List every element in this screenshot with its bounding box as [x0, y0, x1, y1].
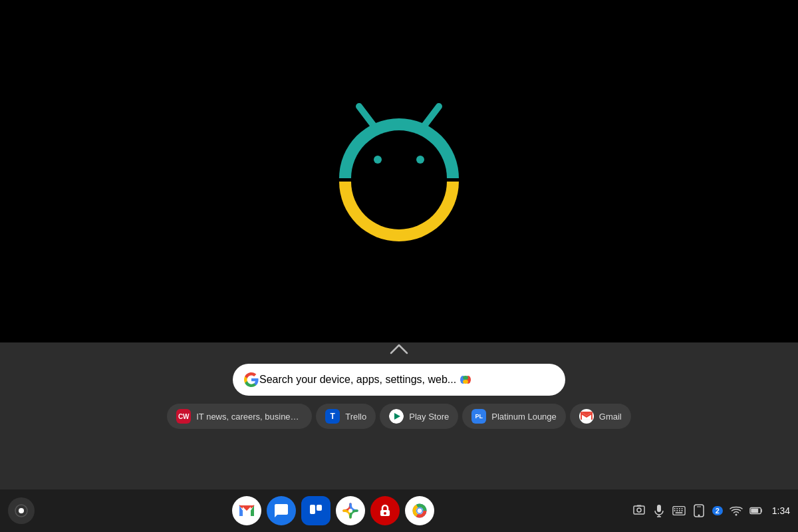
system-time[interactable]: 1:34	[772, 505, 790, 516]
svg-rect-42	[675, 512, 682, 513]
recent-app-trello[interactable]: T Trello	[316, 404, 376, 429]
svg-rect-30	[657, 505, 661, 512]
chevron-up-button[interactable]	[388, 342, 410, 358]
svg-rect-27	[634, 506, 644, 514]
recent-app-platinum-label: Platinum Lounge	[491, 412, 557, 422]
playstore-icon	[389, 409, 404, 424]
svg-point-26	[418, 509, 422, 513]
search-bar[interactable]: Search your device, apps, settings, web.…	[233, 364, 565, 396]
svg-rect-15	[310, 505, 315, 514]
search-placeholder: Search your device, apps, settings, web.…	[259, 374, 456, 386]
gmail-small-icon	[579, 409, 594, 424]
svg-point-9	[463, 376, 468, 380]
trello-icon: T	[325, 409, 340, 424]
android-logo	[306, 78, 492, 265]
svg-point-10	[463, 380, 468, 384]
svg-rect-29	[636, 505, 641, 507]
recent-apps-row: CW IT news, careers, business tech... T …	[167, 404, 631, 429]
recent-app-playstore[interactable]: Play Store	[380, 404, 458, 429]
recent-app-gmail-label: Gmail	[599, 412, 622, 422]
taskbar-trello[interactable]	[301, 496, 331, 525]
taskbar: 2 1:34	[0, 489, 798, 532]
taskbar-chrome[interactable]	[405, 496, 434, 525]
launcher-button[interactable]	[8, 497, 35, 524]
recent-app-gmail[interactable]: Gmail	[570, 404, 631, 429]
svg-rect-34	[674, 508, 675, 509]
svg-point-19	[384, 512, 386, 515]
cw-icon: CW	[176, 409, 191, 424]
google-logo-icon	[243, 372, 259, 388]
taskbar-left	[8, 497, 35, 524]
svg-point-45	[698, 515, 700, 517]
recent-app-platinum[interactable]: PL Platinum Lounge	[462, 404, 566, 429]
svg-point-28	[637, 508, 641, 512]
taskbar-photos[interactable]	[336, 496, 365, 525]
battery-icon[interactable]	[749, 504, 763, 517]
keyboard-icon[interactable]	[672, 504, 686, 517]
svg-point-14	[19, 508, 24, 513]
microphone-icon[interactable]	[652, 504, 666, 517]
phone-icon[interactable]	[692, 504, 706, 517]
taskbar-center	[35, 496, 632, 525]
google-assistant-icon	[456, 370, 475, 389]
screenshot-icon[interactable]	[632, 504, 646, 517]
main-area	[0, 0, 798, 342]
svg-rect-48	[751, 509, 758, 513]
wifi-icon[interactable]	[730, 504, 743, 517]
taskbar-right: 2 1:34	[632, 504, 790, 517]
svg-point-17	[348, 509, 352, 513]
recent-app-playstore-label: Play Store	[409, 412, 449, 422]
svg-rect-39	[676, 510, 678, 511]
notification-badge[interactable]: 2	[712, 506, 723, 515]
svg-rect-38	[674, 510, 675, 511]
svg-rect-37	[681, 508, 682, 509]
svg-rect-36	[679, 508, 680, 509]
recent-app-trello-label: Trello	[345, 412, 366, 422]
recent-app-cw-label: IT news, careers, business tech...	[196, 412, 303, 422]
svg-rect-40	[679, 510, 680, 511]
taskbar-gmail[interactable]	[232, 496, 261, 525]
svg-point-4	[374, 156, 382, 164]
svg-rect-41	[681, 510, 682, 511]
svg-point-5	[416, 156, 424, 164]
svg-rect-35	[676, 508, 678, 509]
recent-app-cw[interactable]: CW IT news, careers, business tech...	[167, 404, 312, 429]
taskbar-lastpass[interactable]	[370, 496, 400, 525]
svg-rect-16	[317, 505, 322, 511]
taskbar-messages[interactable]	[267, 496, 296, 525]
platinum-lounge-icon: PL	[471, 409, 486, 424]
svg-point-46	[735, 514, 737, 516]
